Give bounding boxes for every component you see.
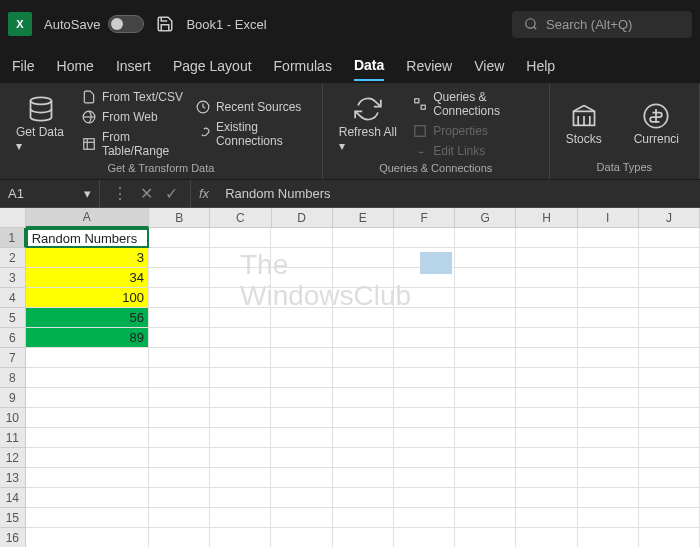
cell-B14[interactable] <box>149 488 210 508</box>
cell-B1[interactable] <box>149 228 210 248</box>
cell-A12[interactable] <box>26 448 149 468</box>
cell-A5[interactable]: 56 <box>26 308 149 328</box>
cell-F3[interactable] <box>394 268 455 288</box>
row-header-16[interactable]: 16 <box>0 528 26 547</box>
row-header-12[interactable]: 12 <box>0 448 26 468</box>
tab-page-layout[interactable]: Page Layout <box>173 52 252 80</box>
cell-E12[interactable] <box>333 448 394 468</box>
col-header-A[interactable]: A <box>26 208 149 228</box>
cell-G6[interactable] <box>455 328 516 348</box>
col-header-E[interactable]: E <box>333 208 394 228</box>
cell-J13[interactable] <box>639 468 700 488</box>
cell-H2[interactable] <box>516 248 577 268</box>
cell-H7[interactable] <box>516 348 577 368</box>
cell-A15[interactable] <box>26 508 149 528</box>
cell-J2[interactable] <box>639 248 700 268</box>
cell-C7[interactable] <box>210 348 271 368</box>
cell-A13[interactable] <box>26 468 149 488</box>
fx-icon[interactable]: fx <box>191 186 217 201</box>
cell-D7[interactable] <box>271 348 332 368</box>
cell-J14[interactable] <box>639 488 700 508</box>
row-header-8[interactable]: 8 <box>0 368 26 388</box>
cell-J1[interactable] <box>639 228 700 248</box>
name-box[interactable]: A1▾ <box>0 180 100 207</box>
cell-E7[interactable] <box>333 348 394 368</box>
cell-F12[interactable] <box>394 448 455 468</box>
row-header-3[interactable]: 3 <box>0 268 26 288</box>
cell-A6[interactable]: 89 <box>26 328 149 348</box>
cell-G16[interactable] <box>455 528 516 547</box>
cell-G1[interactable] <box>455 228 516 248</box>
cell-D10[interactable] <box>271 408 332 428</box>
cell-I14[interactable] <box>578 488 639 508</box>
formula-input[interactable]: Random Numbers <box>217 186 700 201</box>
cell-G13[interactable] <box>455 468 516 488</box>
cell-H12[interactable] <box>516 448 577 468</box>
cell-H16[interactable] <box>516 528 577 547</box>
cell-C9[interactable] <box>210 388 271 408</box>
cell-B11[interactable] <box>149 428 210 448</box>
cell-E4[interactable] <box>333 288 394 308</box>
cell-C14[interactable] <box>210 488 271 508</box>
cell-J12[interactable] <box>639 448 700 468</box>
cell-B4[interactable] <box>149 288 210 308</box>
tab-view[interactable]: View <box>474 52 504 80</box>
select-all-corner[interactable] <box>0 208 26 228</box>
cell-F8[interactable] <box>394 368 455 388</box>
properties-button[interactable]: Properties <box>409 122 540 140</box>
currencies-button[interactable]: Currenci <box>626 88 687 159</box>
cell-C13[interactable] <box>210 468 271 488</box>
cell-A9[interactable] <box>26 388 149 408</box>
cell-E15[interactable] <box>333 508 394 528</box>
cell-D5[interactable] <box>271 308 332 328</box>
cell-J16[interactable] <box>639 528 700 547</box>
cell-H13[interactable] <box>516 468 577 488</box>
cell-H15[interactable] <box>516 508 577 528</box>
cell-E3[interactable] <box>333 268 394 288</box>
cell-H9[interactable] <box>516 388 577 408</box>
cell-C15[interactable] <box>210 508 271 528</box>
cell-J9[interactable] <box>639 388 700 408</box>
cell-D6[interactable] <box>271 328 332 348</box>
tab-review[interactable]: Review <box>406 52 452 80</box>
cell-H6[interactable] <box>516 328 577 348</box>
cell-J4[interactable] <box>639 288 700 308</box>
row-header-10[interactable]: 10 <box>0 408 26 428</box>
cell-I4[interactable] <box>578 288 639 308</box>
cell-B5[interactable] <box>149 308 210 328</box>
cell-E6[interactable] <box>333 328 394 348</box>
cell-C12[interactable] <box>210 448 271 468</box>
cell-I7[interactable] <box>578 348 639 368</box>
row-header-15[interactable]: 15 <box>0 508 26 528</box>
cell-D8[interactable] <box>271 368 332 388</box>
tab-insert[interactable]: Insert <box>116 52 151 80</box>
cell-H1[interactable] <box>516 228 577 248</box>
cell-H10[interactable] <box>516 408 577 428</box>
cell-A3[interactable]: 34 <box>26 268 149 288</box>
cell-B6[interactable] <box>149 328 210 348</box>
tab-help[interactable]: Help <box>526 52 555 80</box>
cell-G14[interactable] <box>455 488 516 508</box>
cell-D1[interactable] <box>271 228 332 248</box>
cell-A7[interactable] <box>26 348 149 368</box>
chevron-down-icon[interactable]: ▾ <box>84 186 91 201</box>
save-icon[interactable] <box>156 15 174 33</box>
existing-connections-button[interactable]: Existing Connections <box>192 118 314 150</box>
cell-I1[interactable] <box>578 228 639 248</box>
tab-formulas[interactable]: Formulas <box>274 52 332 80</box>
cell-B2[interactable] <box>149 248 210 268</box>
stocks-button[interactable]: Stocks <box>558 88 610 159</box>
search-box[interactable]: Search (Alt+Q) <box>512 11 692 38</box>
cell-D15[interactable] <box>271 508 332 528</box>
queries-connections-button[interactable]: Queries & Connections <box>409 88 540 120</box>
autosave-toggle[interactable]: AutoSave <box>44 15 144 33</box>
cell-A10[interactable] <box>26 408 149 428</box>
cell-H11[interactable] <box>516 428 577 448</box>
cell-D4[interactable] <box>271 288 332 308</box>
tab-data[interactable]: Data <box>354 51 384 81</box>
cell-J10[interactable] <box>639 408 700 428</box>
cell-G10[interactable] <box>455 408 516 428</box>
accept-icon[interactable]: ✓ <box>161 184 182 203</box>
cell-E8[interactable] <box>333 368 394 388</box>
cell-F4[interactable] <box>394 288 455 308</box>
